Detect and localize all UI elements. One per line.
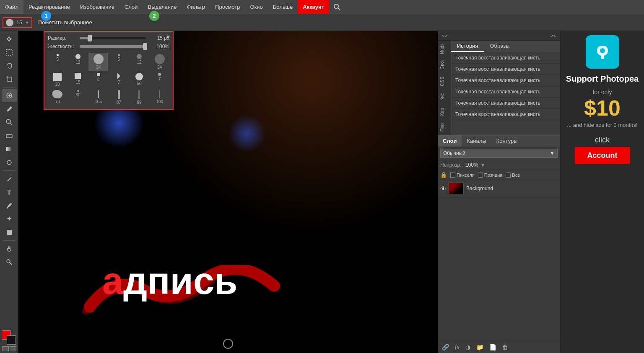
menu-view[interactable]: Просмотр <box>210 0 245 14</box>
brush-caret-7[interactable]: 7 <box>109 72 129 88</box>
tool-shape[interactable] <box>2 226 17 239</box>
brush-size-control[interactable]: 15 ▼ <box>3 17 32 28</box>
brush-12[interactable]: 12 <box>68 53 88 71</box>
side-tab-properties[interactable]: Сво <box>438 57 451 73</box>
tab-images[interactable]: Образы <box>484 41 515 52</box>
brush-dropdown-arrow[interactable]: ▼ <box>25 21 29 25</box>
brush-dot-7[interactable]: 7 <box>150 72 169 88</box>
tool-move[interactable]: ✥ <box>2 33 17 45</box>
ad-account-button[interactable]: Account <box>575 147 630 164</box>
size-slider-track[interactable] <box>80 37 146 39</box>
history-item-6[interactable]: Точечная восстанавливающая кисть <box>451 109 560 120</box>
lock-all-checkbox[interactable] <box>506 173 511 178</box>
tool-text[interactable]: T <box>2 186 17 198</box>
brush-tiny-80[interactable]: 80 <box>68 89 88 106</box>
lock-pixels-checkbox[interactable] <box>450 173 455 178</box>
lock-row: 🔒 Пиксели Позиция Все <box>438 170 560 180</box>
history-item-5[interactable]: Точечная восстанавливающая кисть <box>451 98 560 109</box>
hardness-slider-thumb[interactable] <box>143 43 147 50</box>
menu-filter[interactable]: Фильтр <box>182 0 210 14</box>
tool-select-rect[interactable] <box>2 46 17 59</box>
tool-dodge[interactable] <box>2 156 17 169</box>
brush-popup-close[interactable]: ▼ <box>165 33 171 40</box>
tool-eraser[interactable] <box>2 129 17 142</box>
tool-hand[interactable] <box>2 242 17 255</box>
lock-position-checkbox[interactable] <box>478 173 483 178</box>
tab-history[interactable]: История <box>451 41 484 52</box>
collapse-left-btn[interactable]: <> <box>439 32 451 39</box>
color-swatch-container[interactable] <box>2 330 17 345</box>
effects-icon[interactable]: fx <box>453 343 461 351</box>
tool-eyedropper[interactable] <box>2 199 17 212</box>
size-slider-thumb[interactable] <box>88 35 92 41</box>
lock-all-check[interactable]: Все <box>506 173 520 178</box>
brush-square-8[interactable]: 8 <box>88 72 108 88</box>
search-button[interactable] <box>329 0 345 14</box>
brush-5-soft[interactable]: 5 <box>109 53 129 71</box>
menu-selection[interactable]: Выделение <box>143 0 182 14</box>
menu-window[interactable]: Окно <box>245 0 267 14</box>
hardness-slider-track[interactable] <box>80 45 146 48</box>
lock-pixels-label: Пиксели <box>457 173 475 178</box>
layer-visibility-icon[interactable]: 👁 <box>440 185 446 192</box>
lock-pixels-check[interactable]: Пиксели <box>450 173 475 178</box>
opacity-dropdown[interactable]: ▼ <box>481 163 485 167</box>
side-tab-css[interactable]: CSS <box>438 73 451 90</box>
delete-layer-icon[interactable]: 🗑 <box>501 343 510 351</box>
hardness-slider-value: 100% <box>148 44 169 49</box>
brush-circle-50[interactable]: 50 <box>130 72 149 88</box>
collapse-right-btn[interactable]: >< <box>547 32 559 39</box>
mask-mode-icon[interactable] <box>10 346 16 351</box>
brush-24-soft[interactable]: 24 <box>150 53 169 71</box>
menu-layer[interactable]: Слой <box>119 0 143 14</box>
tab-channels[interactable]: Каналы <box>462 135 491 147</box>
adjustment-icon[interactable]: ◑ <box>464 343 472 351</box>
brush-line-105[interactable]: 105 <box>88 89 108 106</box>
opacity-value[interactable]: 100% <box>465 162 478 168</box>
history-item-3[interactable]: Точечная восстанавливающая кисть <box>451 75 560 86</box>
brush-line-99[interactable]: 99 <box>130 89 149 106</box>
lock-position-check[interactable]: Позиция <box>478 173 503 178</box>
brush-blob-76[interactable]: 76 <box>48 89 68 106</box>
tool-gradient[interactable] <box>2 143 17 155</box>
group-icon[interactable]: 📁 <box>475 343 485 351</box>
menu-file[interactable]: Файл <box>0 0 23 14</box>
brush-square-15[interactable]: 15 <box>68 72 88 88</box>
brush-12-soft[interactable]: 12 <box>130 53 149 71</box>
layer-background[interactable]: 👁 Background <box>438 180 560 197</box>
tool-brush[interactable] <box>2 103 17 115</box>
brush-line-100[interactable]: 100 <box>150 89 169 106</box>
side-tab-char[interactable]: Хар <box>438 104 451 120</box>
tool-healing-brush[interactable] <box>2 89 17 102</box>
menu-account[interactable]: Аккаунт <box>298 0 329 14</box>
menu-more[interactable]: Больше <box>268 0 298 14</box>
lock-all-label: Все <box>512 173 520 178</box>
tool-crop[interactable] <box>2 73 17 85</box>
side-tab-para[interactable]: Пар <box>438 119 451 135</box>
canvas-area[interactable]: адпись ▼ Размер: 15 px Жесткость: <box>18 31 438 353</box>
brush-square-20[interactable]: 20 <box>48 72 68 88</box>
menu-image[interactable]: Изображение <box>75 0 119 14</box>
blend-mode-select[interactable]: Обычный ▼ <box>440 149 558 158</box>
history-item-4[interactable]: Точечная восстанавливающая кисть <box>451 86 560 98</box>
brush-line-87[interactable]: 87 <box>109 89 129 106</box>
main-area: ✥ T <box>0 31 644 353</box>
tab-layers[interactable]: Слои <box>438 135 462 147</box>
background-color[interactable] <box>7 335 16 345</box>
ad-panel: Support Photopea for only $10 ... and hi… <box>560 31 644 353</box>
normal-mode-icon[interactable] <box>2 346 9 351</box>
tool-pen[interactable] <box>2 173 17 185</box>
brush-5[interactable]: 5 <box>48 53 68 71</box>
side-tab-brushes[interactable]: Кис <box>438 89 451 104</box>
tool-smart-select[interactable] <box>2 213 17 225</box>
new-layer-icon[interactable]: 📄 <box>488 343 498 351</box>
history-item-1[interactable]: Точечная восстанавливающая кисть <box>451 52 560 64</box>
tool-zoom[interactable] <box>2 256 17 268</box>
history-item-2[interactable]: Точечная восстанавливающая кисть <box>451 64 560 75</box>
side-tab-info[interactable]: Инф <box>438 41 451 57</box>
brush-24-selected[interactable]: 24 <box>88 53 108 71</box>
tool-clone[interactable] <box>2 116 17 129</box>
link-layers-icon[interactable]: 🔗 <box>440 343 451 351</box>
tool-lasso[interactable] <box>2 59 17 72</box>
tab-contours[interactable]: Контуры <box>491 135 523 147</box>
